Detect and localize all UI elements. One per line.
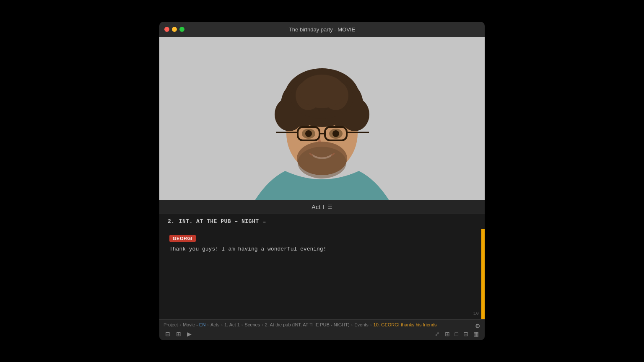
line-number: 10 [473, 311, 479, 316]
svg-point-20 [305, 130, 312, 137]
script-area: Act I ☰ 2. INT. AT THE PUB – NIGHT ≡ GEO… [159, 200, 485, 319]
toolbar-btn-expand[interactable]: ⤢ [433, 330, 441, 338]
toolbar-btn-square[interactable]: □ [453, 330, 460, 338]
svg-point-23 [298, 147, 346, 178]
breadcrumb: Project › Movie - EN › Acts › 1. Act 1 ›… [164, 322, 437, 327]
sep6: › [351, 322, 353, 327]
act-list-icon[interactable]: ☰ [328, 204, 332, 210]
scrollbar[interactable] [481, 229, 485, 319]
traffic-lights [164, 27, 184, 32]
scene-number: 2. [168, 218, 175, 225]
toolbar-right: ⤢ ⊞ □ ⊟ ▦ [433, 330, 480, 338]
scene-header: 2. INT. AT THE PUB – NIGHT ≡ [159, 214, 485, 229]
character-photo [159, 37, 485, 200]
bottom-toolbar: ⊟ ⊞ ▶ ⤢ ⊞ □ ⊟ ▦ [164, 330, 480, 338]
minimize-button[interactable] [172, 27, 177, 32]
breadcrumb-events[interactable]: Events [354, 322, 369, 327]
toolbar-btn-grid[interactable]: ⊞ [443, 330, 452, 338]
breadcrumb-act1[interactable]: 1. Act 1 [224, 322, 240, 327]
script-content: GEORGI Thank you guys! I am having a won… [159, 229, 485, 319]
maximize-button[interactable] [179, 27, 184, 32]
breadcrumb-wrapper: Project › Movie - EN › Acts › 1. Act 1 ›… [164, 322, 480, 330]
breadcrumb-movie: Movie - EN [183, 322, 205, 327]
scene-list-icon[interactable]: ≡ [263, 219, 266, 224]
toolbar-left: ⊟ ⊞ ▶ [164, 330, 193, 338]
toolbar-btn-3[interactable]: ▶ [185, 330, 193, 338]
scene-heading-text: INT. AT THE PUB – NIGHT [179, 218, 259, 225]
main-window: The birthday party - MOVIE [159, 22, 485, 340]
breadcrumb-event10[interactable]: 10. GEORGI thanks his friends [374, 322, 437, 327]
sep1: › [179, 322, 181, 327]
toolbar-btn-minus[interactable]: ⊟ [462, 330, 470, 338]
sep3: › [221, 322, 223, 327]
svg-point-21 [332, 130, 339, 137]
sep4: › [242, 322, 243, 327]
act-title: Act I [312, 204, 325, 210]
sep2: › [207, 322, 209, 327]
dialogue-text: Thank you guys! I am having a wonderful … [169, 245, 475, 254]
act-header: Act I ☰ [159, 200, 485, 214]
photo-area [159, 37, 485, 200]
bottom-bar: Project › Movie - EN › Acts › 1. Act 1 ›… [159, 319, 485, 340]
sep5: › [262, 322, 263, 327]
sep7: › [370, 322, 372, 327]
toolbar-btn-table[interactable]: ▦ [472, 330, 480, 338]
character-badge: GEORGI [169, 235, 196, 242]
breadcrumb-lang[interactable]: EN [199, 322, 205, 327]
breadcrumb-acts[interactable]: Acts [210, 322, 219, 327]
toolbar-btn-2[interactable]: ⊞ [174, 330, 183, 338]
close-button[interactable] [164, 27, 169, 32]
breadcrumb-project[interactable]: Project [164, 322, 178, 327]
breadcrumb-scenes[interactable]: Scenes [244, 322, 260, 327]
toolbar-btn-1[interactable]: ⊟ [164, 330, 172, 338]
window-title: The birthday party - MOVIE [289, 26, 355, 33]
settings-icon[interactable]: ⚙ [475, 323, 480, 329]
title-bar: The birthday party - MOVIE [159, 22, 485, 37]
breadcrumb-scene2[interactable]: 2. At the pub (INT. AT THE PUB - NIGHT) [265, 322, 350, 327]
svg-point-12 [299, 75, 345, 108]
